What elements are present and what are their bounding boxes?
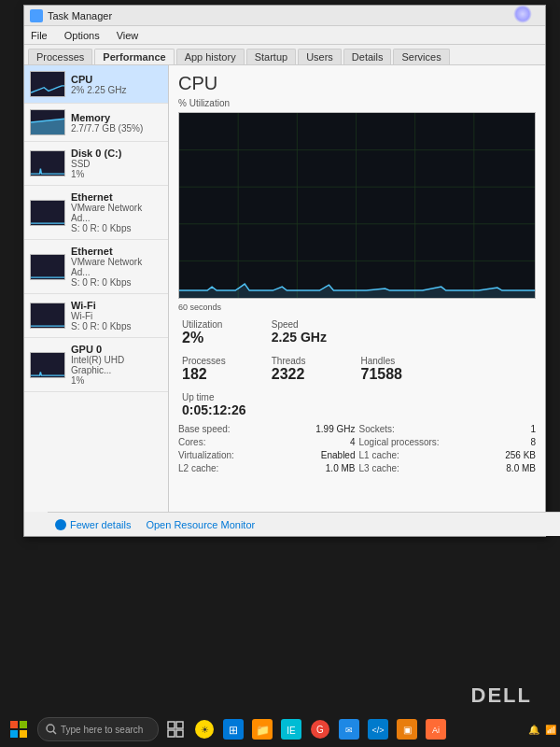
- eth2-thumb-chart: [30, 254, 65, 280]
- app-icon-5[interactable]: G: [307, 716, 333, 742]
- gpu-item-detail1: Intel(R) UHD Graphic...: [71, 355, 162, 375]
- svg-rect-4: [31, 201, 64, 225]
- uptime-value: 0:05:12:26: [182, 402, 532, 417]
- speed-stat: Speed 2.25 GHz: [268, 317, 357, 348]
- memory-item-name: Memory: [71, 112, 162, 123]
- svg-text:G: G: [316, 725, 324, 735]
- sidebar-item-gpu[interactable]: GPU 0 Intel(R) UHD Graphic... 1%: [24, 338, 168, 392]
- handles-label: Handles: [361, 356, 443, 366]
- svg-text:Ai: Ai: [432, 726, 440, 735]
- eth2-item-detail2: S: 0 R: 0 Kbps: [71, 277, 162, 288]
- threads-value: 2322: [272, 366, 354, 383]
- app-icon-1[interactable]: ☀: [191, 716, 217, 742]
- tray-area: 🔔 📶: [528, 725, 556, 735]
- eth2-item-name: Ethernet: [71, 246, 162, 257]
- detail-val: 8: [530, 437, 536, 447]
- search-placeholder: Type here to search: [61, 725, 143, 735]
- detail-key: L1 cache:: [359, 450, 399, 460]
- app-icon-blender[interactable]: ▣: [394, 716, 420, 742]
- detail-row: Base speed:1.99 GHz: [178, 424, 356, 434]
- menu-options[interactable]: Options: [62, 29, 103, 42]
- detail-key: Sockets:: [359, 424, 395, 434]
- taskview-icon[interactable]: [162, 716, 189, 742]
- processes-label: Processes: [182, 356, 264, 366]
- sidebar-item-ethernet1[interactable]: Ethernet VMware Network Ad... S: 0 R: 0 …: [24, 186, 168, 240]
- svg-point-23: [47, 725, 54, 732]
- utilization-stat: Utilization 2%: [178, 317, 268, 348]
- speed-label: Speed: [272, 319, 354, 330]
- fewer-details-label: Fewer details: [70, 519, 131, 530]
- cpu-perf-panel: CPU % Utilization: [169, 65, 545, 512]
- tabs-bar: Processes Performance App history Startu…: [24, 45, 545, 65]
- cpu-panel-subtitle: % Utilization: [178, 98, 536, 108]
- app-icon-3[interactable]: 📁: [249, 716, 275, 742]
- tab-startup[interactable]: Startup: [246, 49, 296, 64]
- svg-rect-20: [20, 721, 27, 728]
- detail-key: Logical processors:: [359, 437, 440, 447]
- dell-brand: DELL: [471, 684, 532, 708]
- tab-services[interactable]: Services: [393, 49, 449, 64]
- sidebar-item-wifi[interactable]: Wi-Fi Wi-Fi S: 0 R: 0 Kbps: [24, 294, 168, 338]
- taskbar-search[interactable]: Type here to search: [37, 717, 159, 741]
- svg-rect-28: [176, 730, 183, 737]
- app-icon-4[interactable]: IE: [278, 716, 304, 742]
- sidebar-item-disk[interactable]: Disk 0 (C:) SSD 1%: [24, 142, 168, 186]
- detail-val: 256 KB: [505, 450, 536, 460]
- wifi-item-name: Wi-Fi: [71, 300, 162, 311]
- memory-thumb-chart: [30, 109, 65, 135]
- main-content: CPU 2% 2.25 GHz Memory 2.7/7.7 GB (35%): [24, 65, 545, 512]
- threads-label: Threads: [272, 356, 354, 366]
- svg-text:</>: </>: [371, 726, 384, 735]
- eth1-item-name: Ethernet: [71, 191, 162, 203]
- app-icon-ai[interactable]: Ai: [423, 716, 449, 742]
- detail-val: 8.0 MB: [506, 463, 536, 473]
- taskbar: Type here to search ☀ ⊞ 📁: [0, 712, 560, 747]
- detail-key: L3 cache:: [359, 463, 399, 473]
- stats-grid: Utilization 2% Speed 2.25 GHz: [178, 317, 536, 348]
- detail-val: 1: [530, 424, 536, 434]
- disk-thumb-chart: [30, 150, 65, 176]
- wifi-item-detail1: Wi-Fi: [71, 311, 162, 321]
- detail-row: Cores:4: [178, 437, 356, 447]
- svg-rect-7: [31, 353, 64, 377]
- tab-processes[interactable]: Processes: [28, 49, 92, 64]
- taskmanager-window: Task Manager File Options View Processes…: [23, 5, 546, 537]
- menu-file[interactable]: File: [28, 29, 50, 42]
- app-icon-vscode[interactable]: </>: [365, 716, 391, 742]
- disk-item-name: Disk 0 (C:): [71, 148, 162, 159]
- threads-stat: Threads 2322: [268, 354, 357, 385]
- svg-text:✉: ✉: [345, 726, 353, 735]
- tab-apphistory[interactable]: App history: [176, 49, 245, 64]
- search-icon: [46, 724, 57, 735]
- memory-item-detail: 2.7/7.7 GB (35%): [71, 123, 162, 134]
- fewer-details-link[interactable]: Fewer details: [55, 519, 131, 530]
- cpu-panel-title: CPU: [178, 73, 536, 94]
- sidebar: CPU 2% 2.25 GHz Memory 2.7/7.7 GB (35%): [24, 65, 169, 512]
- processes-value: 182: [182, 366, 264, 383]
- eth1-item-detail2: S: 0 R: 0 Kbps: [71, 223, 162, 233]
- gpu-item-detail2: 1%: [71, 375, 162, 386]
- disk-item-detail1: SSD: [71, 159, 162, 169]
- detail-row: Sockets:1: [359, 424, 537, 434]
- sidebar-item-cpu[interactable]: CPU 2% 2.25 GHz: [24, 65, 168, 104]
- svg-text:IE: IE: [287, 726, 296, 736]
- menu-view[interactable]: View: [114, 29, 142, 42]
- resource-monitor-link[interactable]: Open Resource Monitor: [146, 519, 255, 530]
- detail-val: 1.99 GHz: [315, 424, 355, 434]
- utilization-label: Utilization: [182, 319, 264, 330]
- app-icon-2[interactable]: ⊞: [220, 716, 246, 742]
- tab-details[interactable]: Details: [343, 49, 392, 64]
- app-icon-6[interactable]: ✉: [336, 716, 362, 742]
- sidebar-item-memory[interactable]: Memory 2.7/7.7 GB (35%): [24, 104, 168, 142]
- gpu-item-name: GPU 0: [71, 344, 162, 355]
- uptime-label: Up time: [182, 392, 532, 402]
- menu-bar: File Options View: [24, 26, 545, 45]
- start-button[interactable]: [4, 714, 34, 744]
- tab-performance[interactable]: Performance: [94, 49, 174, 64]
- tab-users[interactable]: Users: [298, 49, 342, 64]
- wifi-item-detail2: S: 0 R: 0 Kbps: [71, 321, 162, 331]
- bottom-bar: Fewer details Open Resource Monitor: [48, 512, 560, 536]
- title-bar: Task Manager: [24, 6, 545, 26]
- sidebar-item-ethernet2[interactable]: Ethernet VMware Network Ad... S: 0 R: 0 …: [24, 240, 168, 294]
- svg-rect-21: [10, 730, 18, 738]
